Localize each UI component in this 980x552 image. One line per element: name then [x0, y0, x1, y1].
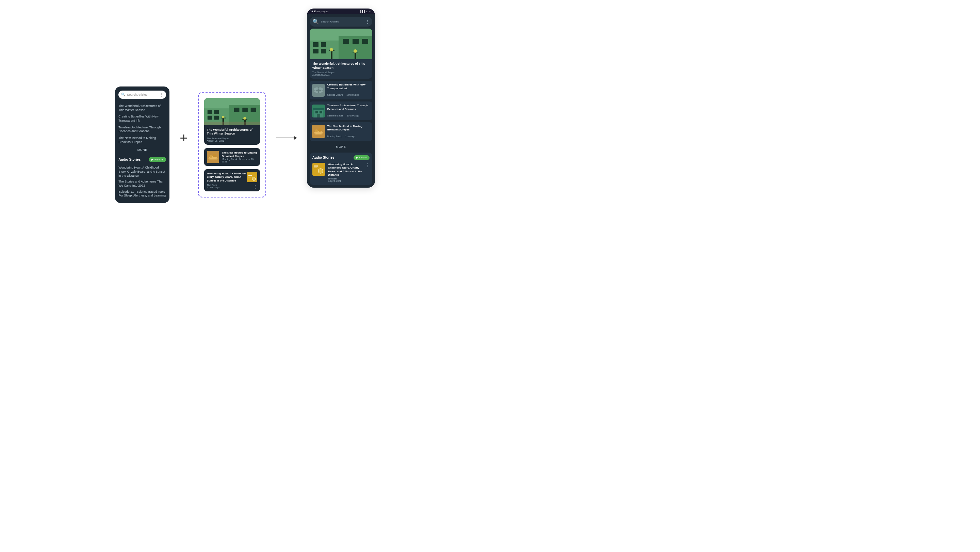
right-butterflies-card[interactable]: Creating Butterflies With New Transparen… [310, 81, 372, 99]
left-search-placeholder: Search Articles [127, 93, 158, 96]
right-featured-body: The Wonderful Architectures of This Wint… [310, 59, 372, 79]
status-date: Tue, May 19 [317, 11, 328, 13]
svg-point-25 [252, 177, 256, 180]
left-phone: 🔍 Search Articles ⋮ The Wonderful Archit… [115, 86, 169, 203]
center-audio-dots-icon[interactable]: ⋮ [253, 185, 257, 189]
right-crepes-meta: Morning Break 1 day ago [327, 132, 370, 139]
svg-rect-60 [314, 166, 318, 166]
right-crepes-card[interactable]: The New Method to Making Breakfast Crepe… [310, 122, 372, 141]
more-options-icon[interactable]: ⋮ [159, 92, 163, 97]
svg-rect-33 [343, 39, 349, 44]
svg-rect-35 [362, 39, 368, 44]
center-crepes-title: The New Method to Making Breakfast Crepe… [222, 151, 257, 158]
left-article-list: The Wonderful Architectures of This Wint… [118, 103, 166, 146]
center-featured-title: The Wonderful Architectures of This Wint… [207, 128, 257, 136]
center-audio-thumb [247, 172, 257, 182]
center-crepes-meta: Morning Break November 10, 2021 [222, 158, 257, 163]
svg-rect-7 [234, 108, 240, 112]
right-architecture-meta: Seasonal Sagas 10 days ago [327, 112, 370, 118]
svg-rect-3 [207, 110, 212, 114]
center-audio-time: 4 hours ago [207, 186, 257, 189]
right-featured-date: August 25, 2021 [312, 73, 369, 76]
arrow-indicator [276, 137, 297, 138]
svg-rect-29 [313, 42, 318, 47]
center-audio-card[interactable]: Wondering Hour: A Childhood Story, Grizz… [204, 169, 260, 191]
svg-rect-34 [353, 39, 359, 44]
center-featured-body: The Wonderful Architectures of This Wint… [204, 125, 260, 145]
svg-point-41 [353, 49, 357, 53]
main-container: 🔍 Search Articles ⋮ The Wonderful Archit… [0, 0, 490, 276]
right-search-icon: 🔍 [312, 18, 319, 25]
center-crepes-info: The New Method to Making Breakfast Crepe… [222, 151, 257, 163]
list-item[interactable]: The Wonderful Architectures of This Wint… [118, 103, 166, 113]
center-featured-source: The Seasonal Sagas [207, 137, 257, 140]
right-audio-item[interactable]: Wondering Hour: A Childhood Story, Grizz… [312, 163, 369, 182]
center-audio-source: The Bees [207, 184, 257, 186]
right-more-icon[interactable]: ⋮ [366, 19, 369, 24]
svg-rect-53 [313, 108, 324, 110]
svg-rect-51 [320, 111, 322, 113]
list-item[interactable]: Timeless Architecture, Through Decades a… [118, 124, 166, 135]
right-audio-header: Audio Stories ▶ Play all [312, 155, 369, 160]
right-audio-item-date: July 24, 2021 [328, 180, 363, 182]
right-architecture-title: Timeless Architecture, Through Decades a… [327, 104, 370, 111]
right-audio-section: Audio Stories ▶ Play all [310, 153, 372, 185]
svg-rect-50 [315, 111, 318, 113]
list-item[interactable]: The New Method to Making Breakfast Crepe… [118, 135, 166, 145]
right-more-button[interactable]: MORE [310, 143, 372, 150]
right-audio-item-info: Wondering Hour: A Childhood Story, Grizz… [328, 163, 363, 182]
right-phone: 10:30 Tue, May 19 ▐▐▐ ▲ ▭ 🔍 Search Artic… [307, 8, 375, 188]
battery-icon: ▭ [369, 10, 372, 13]
plus-operator: + [180, 131, 188, 146]
right-audio-title: Audio Stories [312, 156, 334, 160]
svg-rect-6 [214, 115, 219, 120]
svg-rect-24 [248, 177, 251, 177]
right-architecture-info: Timeless Architecture, Through Decades a… [327, 104, 370, 118]
right-butterflies-title: Creating Butterflies With New Transparen… [327, 83, 370, 90]
wifi-icon: ▲ [366, 10, 368, 13]
left-audio-item[interactable]: The Stories and Adventures That We Carry… [118, 179, 166, 189]
left-more-button[interactable]: MORE [118, 145, 166, 154]
right-search-bar[interactable]: 🔍 Search Articles ⋮ [310, 17, 372, 27]
svg-rect-23 [248, 175, 252, 176]
svg-point-15 [243, 117, 246, 120]
svg-rect-16 [204, 121, 260, 125]
left-audio-section: Audio Stories ▶ Play All Wondering Hour:… [118, 157, 166, 199]
right-butterflies-meta: Science Culture 1 month ago [327, 91, 370, 97]
right-audio-item-title: Wondering Hour: A Childhood Story, Grizz… [328, 163, 363, 177]
right-architecture-card[interactable]: Timeless Architecture, Through Decades a… [310, 102, 372, 120]
svg-rect-36 [331, 50, 332, 59]
svg-point-57 [315, 129, 318, 132]
list-item[interactable]: Creating Butterflies With New Transparen… [118, 113, 166, 124]
right-audio-item-dots-icon[interactable]: ⋮ [366, 163, 369, 168]
right-play-all-button[interactable]: ▶ Play all [353, 155, 369, 160]
svg-point-21 [213, 154, 216, 157]
right-featured-source: The Seasonal Sagas [312, 71, 369, 73]
arrow-line [276, 137, 297, 138]
right-audio-item-source: The Bees [328, 177, 363, 180]
svg-rect-5 [207, 115, 212, 120]
right-crepes-title: The New Method to Making Breakfast Crepe… [327, 124, 370, 132]
right-featured-card[interactable]: The Wonderful Architectures of This Wint… [310, 29, 372, 79]
left-audio-item[interactable]: Wondering Hour: A Childhood Story, Grizz… [118, 165, 166, 179]
right-butterflies-thumb [312, 84, 325, 97]
right-butterflies-info: Creating Butterflies With New Transparen… [327, 83, 370, 97]
status-bar: 10:30 Tue, May 19 ▐▐▐ ▲ ▭ [307, 8, 375, 14]
center-featured-image [204, 98, 260, 125]
left-audio-item[interactable]: Episode 11 - Science Based Tools For Sle… [118, 189, 166, 199]
right-scroll-area: 🔍 Search Articles ⋮ [307, 14, 375, 188]
center-crepes-card[interactable]: The New Method to Making Breakfast Crepe… [204, 148, 260, 166]
left-play-all-button[interactable]: ▶ Play All [149, 157, 166, 162]
svg-rect-9 [250, 108, 256, 112]
status-time-date: 10:30 Tue, May 19 [310, 10, 328, 13]
left-search-bar[interactable]: 🔍 Search Articles ⋮ [118, 91, 166, 99]
center-featured-card[interactable]: The Wonderful Architectures of This Wint… [204, 98, 260, 145]
right-featured-image [310, 29, 372, 59]
search-icon: 🔍 [121, 93, 125, 96]
status-time: 10:30 [310, 10, 317, 13]
right-audio-item-thumb [312, 163, 325, 176]
svg-rect-32 [321, 49, 326, 53]
svg-point-38 [330, 48, 333, 51]
svg-rect-31 [313, 49, 318, 53]
right-crepes-info: The New Method to Making Breakfast Crepe… [327, 124, 370, 139]
